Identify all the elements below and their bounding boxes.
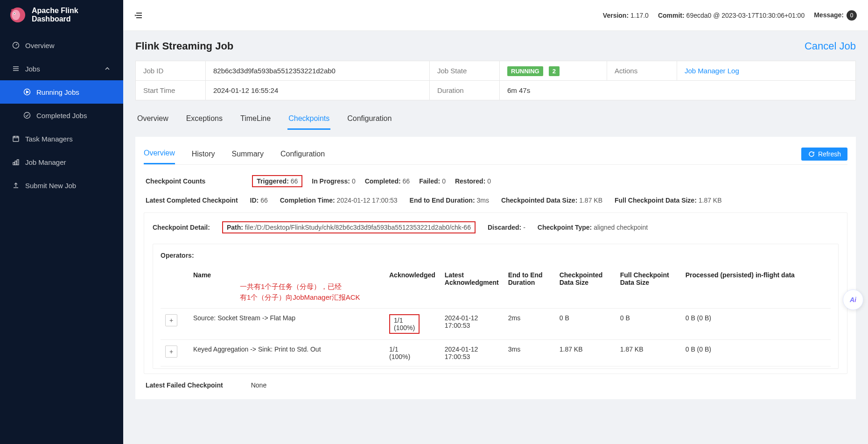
subtab-config[interactable]: Configuration [280, 144, 325, 164]
message-kv: Message:0 [814, 10, 857, 21]
tab-overview[interactable]: Overview [136, 110, 169, 130]
sidebar-item-completed-jobs[interactable]: Completed Jobs [0, 104, 123, 127]
menu-fold-icon[interactable] [134, 11, 144, 20]
sidebar-item-label: Submit New Job [25, 182, 76, 190]
sidebar-item-jobs[interactable]: Jobs [0, 57, 123, 80]
sidebar-item-label: Overview [25, 42, 55, 49]
op-name: Keyed Aggregation -> Sink: Print to Std.… [189, 340, 385, 366]
detail-path: Path: file:/D:/Desktop/FlinkStudy/chk/82… [222, 221, 476, 233]
checkpoint-subtabs: Overview History Summary Configuration R… [144, 143, 847, 165]
topbar: Version: 1.17.0 Commit: 69ecda0 @ 2023-0… [123, 0, 868, 31]
svg-rect-8 [13, 162, 15, 165]
sidebar: Apache Flink Dashboard Overview Jobs Run… [0, 0, 123, 444]
jm-log-link[interactable]: Job Manager Log [685, 67, 739, 75]
sidebar-item-overview[interactable]: Overview [0, 34, 123, 57]
sidebar-item-label: Job Manager [25, 158, 66, 166]
col-ack: Acknowledged [385, 266, 440, 309]
col-cds: Checkpointed Data Size [555, 266, 616, 309]
tab-timeline[interactable]: TimeLine [239, 110, 272, 130]
op-ack: 1/1(100%) [385, 340, 440, 366]
start-time-value: 2024-01-12 16:55:24 [206, 81, 430, 100]
svg-rect-7 [13, 136, 19, 141]
table-row: +Keyed Aggregation -> Sink: Print to Std… [161, 340, 831, 366]
sidebar-item-task-managers[interactable]: Task Managers [0, 127, 123, 150]
op-fds: 1.87 KB [616, 340, 681, 366]
col-fds: Full Checkpoint Data Size [616, 266, 681, 309]
job-id-label: Job ID [136, 61, 206, 81]
refresh-button[interactable]: Refresh [801, 148, 847, 161]
schedule-icon [12, 135, 20, 142]
op-lack: 2024-01-1217:00:53 [440, 309, 504, 340]
detail-type: Checkpoint Type: aligned checkpoint [538, 224, 648, 231]
latest-head: Latest Completed Checkpoint [146, 197, 238, 204]
table-row: Start Time 2024-01-12 16:55:24 Duration … [136, 81, 856, 100]
refresh-icon [808, 150, 815, 158]
job-tabs: Overview Exceptions TimeLine Checkpoints… [135, 110, 856, 130]
failed-val: None [251, 381, 266, 389]
op-name: Source: Socket Stream -> Flat Map [189, 309, 385, 340]
sidebar-header: Apache Flink Dashboard [0, 0, 123, 30]
bars-icon [12, 65, 20, 72]
check-circle-icon [23, 112, 31, 119]
latest-id: ID: 66 [250, 197, 268, 204]
page-title: Flink Streaming Job [135, 40, 233, 52]
operators-table: Name 一共有1个子任务（分母），已经 有1个（分子）向JobManager汇… [161, 266, 831, 366]
checkpoints-panel: Overview History Summary Configuration R… [135, 137, 856, 399]
subtab-history[interactable]: History [192, 144, 215, 164]
sidebar-item-running-jobs[interactable]: Running Jobs [0, 80, 123, 104]
tab-exceptions[interactable]: Exceptions [185, 110, 224, 130]
checkpoint-counts-head: Checkpoint Counts [146, 177, 205, 185]
tab-config[interactable]: Configuration [346, 110, 392, 130]
message-badge[interactable]: 0 [847, 10, 857, 21]
actions-label: Actions [607, 61, 677, 81]
page-header: Flink Streaming Job Cancel Job [135, 40, 856, 52]
duration-value: 6m 47s [500, 81, 856, 100]
actions-value: Job Manager Log [677, 61, 856, 81]
triggered-kv: Triggered: 66 [252, 175, 302, 187]
build-icon [12, 158, 20, 166]
job-state-value: RUNNING 2 [500, 61, 607, 81]
annotation-text: 一共有1个子任务（分母），已经 有1个（分子）向JobManager汇报ACK [240, 282, 380, 303]
op-cds: 0 B [555, 309, 616, 340]
table-row: Job ID 82b6c3d3d9fa593ba5512353221d2ab0 … [136, 61, 856, 81]
latest-failed-row: Latest Failed Checkpoint None [144, 374, 847, 391]
cancel-job-link[interactable]: Cancel Job [805, 40, 856, 52]
flink-logo [9, 7, 26, 23]
sidebar-item-label: Completed Jobs [36, 112, 87, 120]
inprogress-kv: In Progress: 0 [312, 177, 355, 185]
job-id-value: 82b6c3d3d9fa593ba5512353221d2ab0 [206, 61, 430, 81]
sidebar-item-job-manager[interactable]: Job Manager [0, 150, 123, 174]
col-pif: Processed (persisted) in-flight data [681, 266, 831, 309]
op-ack: 1/1(100%) [385, 309, 440, 340]
content: Flink Streaming Job Cancel Job Job ID 82… [123, 31, 868, 409]
operators-head: Operators: [161, 252, 831, 259]
failed-kv: Failed: 0 [419, 177, 446, 185]
ai-assist-fab[interactable]: Ai [843, 289, 863, 310]
detail-head: Checkpoint Detail: [153, 224, 210, 231]
subtab-summary[interactable]: Summary [231, 144, 263, 164]
expand-button[interactable]: + [165, 345, 177, 358]
completed-kv: Completed: 66 [365, 177, 410, 185]
subtab-overview[interactable]: Overview [144, 143, 175, 164]
table-header-row: Name 一共有1个子任务（分母），已经 有1个（分子）向JobManager汇… [161, 266, 831, 309]
sidebar-item-label: Jobs [25, 65, 40, 73]
svg-rect-9 [15, 161, 17, 165]
failed-head: Latest Failed Checkpoint [146, 381, 223, 389]
upload-icon [12, 182, 20, 189]
duration-label: Duration [430, 81, 500, 100]
running-badge: RUNNING [507, 66, 543, 76]
play-circle-icon [23, 88, 31, 96]
op-pif: 0 B (0 B) [681, 309, 831, 340]
checkpoint-counts-row: Checkpoint Counts Triggered: 66 In Progr… [144, 165, 847, 190]
latest-completion: Completion Time: 2024-01-12 17:00:53 [280, 197, 398, 204]
version-kv: Version: 1.17.0 [603, 12, 649, 19]
start-time-label: Start Time [136, 81, 206, 100]
sidebar-item-submit[interactable]: Submit New Job [0, 174, 123, 197]
detail-discarded: Discarded: - [488, 224, 525, 231]
expand-button[interactable]: + [165, 314, 177, 326]
tab-checkpoints[interactable]: Checkpoints [287, 110, 330, 130]
table-row: +Source: Socket Stream -> Flat Map1/1(10… [161, 309, 831, 340]
col-name: Name 一共有1个子任务（分母），已经 有1个（分子）向JobManager汇… [189, 266, 385, 309]
svg-point-6 [24, 113, 30, 119]
dashboard-icon [12, 42, 20, 49]
